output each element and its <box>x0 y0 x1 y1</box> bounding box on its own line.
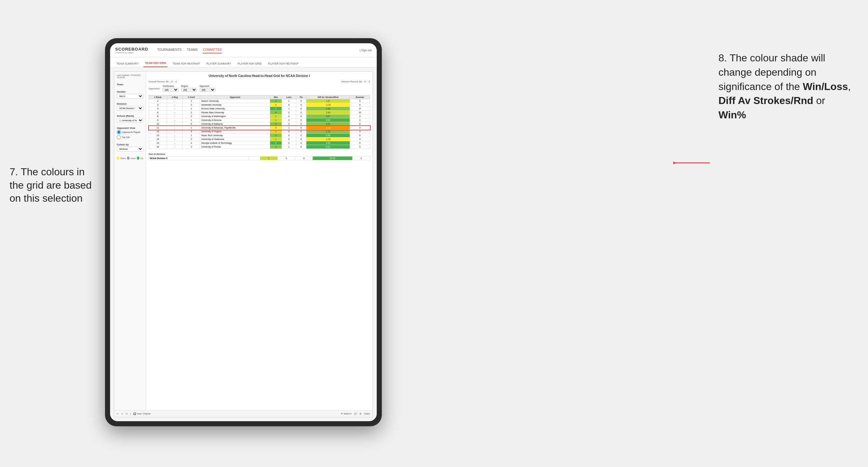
diff: 2.61 <box>306 122 350 126</box>
view-original[interactable]: 🔲 View: Original <box>133 413 151 415</box>
reg: - <box>167 134 183 137</box>
opponent-filter: Opponent (All) <box>199 85 215 92</box>
reg: - <box>167 122 183 126</box>
nav-items: TOURNAMENTS TEAMS COMMITTEE <box>157 47 353 54</box>
overall-record: Overall Record: 89 - 17 - 0 <box>149 80 177 83</box>
rank: 6 <box>149 111 167 115</box>
school-select[interactable]: 1. University of Nort... <box>117 118 143 123</box>
nav-teams[interactable]: TEAMS <box>187 47 197 54</box>
ties: 0 <box>296 103 306 107</box>
ties: 0 <box>296 134 306 137</box>
out-ties: 0 <box>295 157 313 160</box>
rank: 2 <box>149 99 167 103</box>
division-select[interactable]: NCAA Division I <box>117 106 143 111</box>
rank: 12 <box>149 130 167 134</box>
rounds: 9 <box>350 145 370 149</box>
col-win: Win <box>270 95 282 99</box>
arrow-right-icon <box>673 158 711 168</box>
rank: 8 <box>149 115 167 118</box>
conf: 1 <box>183 99 200 103</box>
losses: 0 <box>282 134 296 137</box>
diff: 2.28 <box>306 107 350 111</box>
rank: 4 <box>149 107 167 111</box>
h2h-table: # Rank # Reg # Conf Opponent Win Loss Ti… <box>149 95 370 149</box>
comment-icon[interactable]: 💬 <box>354 413 357 415</box>
region-select[interactable]: (All) <box>181 88 197 92</box>
table-row: 8 - 2 University of Washington 1 0 0 3.6… <box>149 115 370 118</box>
reg: - <box>167 118 183 122</box>
reg: - <box>167 137 183 141</box>
col-rounds: Rounds <box>350 95 370 99</box>
subnav-team-summary[interactable]: TEAM SUMMARY <box>115 60 140 67</box>
reg: - <box>167 126 183 130</box>
separator: | <box>130 413 131 415</box>
table-row: 2 - 1 Auburn University 2 1 0 1.67 9 <box>149 99 370 103</box>
rounds: 3 <box>350 115 370 118</box>
conf: 1 <box>183 134 200 137</box>
opponent-name: Vanderbilt University <box>200 103 270 107</box>
region-filter: Region (All) <box>181 85 197 92</box>
subnav-player-h2h-heatmap[interactable]: PLAYER H2H HEATMAP <box>267 60 300 67</box>
ties: 0 <box>296 145 306 149</box>
subnav-team-h2h-grid[interactable]: TEAM H2H GRID <box>144 60 167 67</box>
colour-by-select[interactable]: Win/loss <box>117 147 143 151</box>
subnav-player-h2h-grid[interactable]: PLAYER H2H GRID <box>237 60 263 67</box>
watch-button[interactable]: 👁 Watch ▾ <box>341 413 351 415</box>
region-label: Region <box>181 85 197 87</box>
diff: 4.50 <box>306 141 350 145</box>
opponent-name: University of Florida <box>200 145 270 149</box>
subnav-team-h2h-heatmap[interactable]: TEAM H2H HEATMAP <box>171 60 201 67</box>
wins: 1 <box>270 118 282 122</box>
top-navigation: SCOREBOARD Powered by clippd TOURNAMENTS… <box>110 43 377 57</box>
revert-icon[interactable]: ⟲ <box>126 413 128 415</box>
redo-icon[interactable]: ↪ <box>121 413 123 415</box>
radio-top100[interactable]: Top 100 <box>117 135 143 139</box>
losses: 1 <box>282 107 296 111</box>
ties: 0 <box>296 126 306 130</box>
rank: 13 <box>149 134 167 137</box>
opponent-select[interactable]: (All) <box>199 88 215 92</box>
legend-up-label: Up <box>141 157 143 159</box>
annotation-right: 8. The colour shade will change dependin… <box>718 51 852 122</box>
undo-icon[interactable]: ↩ <box>117 413 119 415</box>
diff: 6.62 <box>306 145 350 149</box>
table-row: 14 - 2 University of Oklahoma 1 0 0 -1.0… <box>149 137 370 141</box>
subnav-player-summary[interactable]: PLAYER SUMMARY <box>205 60 232 67</box>
losses: 0 <box>282 130 296 134</box>
col-diff: Diff Av Strokes/Rnd <box>306 95 350 99</box>
share-button[interactable]: Share <box>364 413 370 415</box>
opponents-label: Opponents: <box>149 88 160 90</box>
wins: 3 <box>270 134 282 137</box>
table-row: 15 - 4 Georgia Institute of Technology 5… <box>149 141 370 145</box>
nav-committee[interactable]: COMMITTEE <box>203 47 222 54</box>
out-wins: 1 <box>260 157 277 160</box>
reg: - <box>167 115 183 118</box>
opponent-name: University of Alabama <box>200 122 270 126</box>
sign-out-link[interactable]: | Sign out <box>360 49 372 52</box>
opponent-name: University of Virginia <box>200 130 270 134</box>
reg: - <box>167 130 183 134</box>
wins: 1 <box>270 115 282 118</box>
rank: 16 <box>149 145 167 149</box>
team-section: Team <box>117 83 143 87</box>
share-icon[interactable]: ⊞ <box>360 413 362 415</box>
reg: - <box>167 141 183 145</box>
rank: 15 <box>149 141 167 145</box>
out-rounds: 3 <box>352 157 370 160</box>
col-rank: # Rank <box>149 95 167 99</box>
nav-tournaments[interactable]: TOURNAMENTS <box>157 47 182 54</box>
conf: 2 <box>183 111 200 115</box>
opponent-name: Arizona State University <box>200 107 270 111</box>
table-row: 13 - 1 Texas Tech University 3 0 0 5.56 … <box>149 134 370 137</box>
table-body: 2 - 1 Auburn University 2 1 0 1.67 9 <box>149 99 370 149</box>
school-label: School (Rank) <box>117 115 143 117</box>
conference-select[interactable]: (All) <box>163 88 179 92</box>
main-content: Last Updated: 27/03/202416:55:38 Team Ge… <box>110 67 377 421</box>
logo-sub: Powered by clippd <box>115 52 148 54</box>
legend-down-dot <box>117 157 119 160</box>
reg: - <box>167 107 183 111</box>
grid-title: University of North Carolina Head-to-Hea… <box>149 74 370 77</box>
radio-opponents-played[interactable]: Opponents Played <box>117 130 143 134</box>
gender-select[interactable]: Men's <box>117 94 143 99</box>
rounds: 3 <box>350 126 370 130</box>
